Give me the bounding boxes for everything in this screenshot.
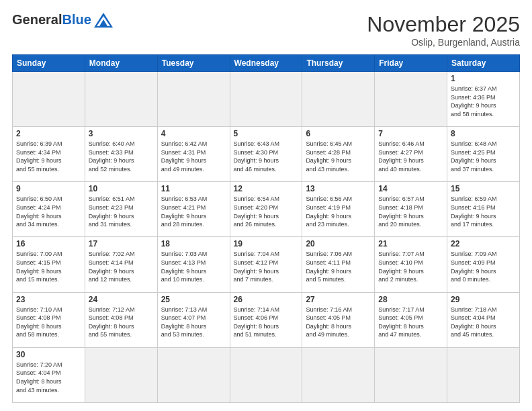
calendar-cell: [85, 72, 157, 127]
day-info: Sunrise: 7:06 AM Sunset: 4:11 PM Dayligh…: [306, 250, 371, 283]
day-number: 25: [161, 295, 226, 304]
calendar-table: SundayMondayTuesdayWednesdayThursdayFrid…: [12, 54, 520, 403]
day-info: Sunrise: 6:46 AM Sunset: 4:27 PM Dayligh…: [378, 140, 443, 173]
calendar-cell: 18Sunrise: 7:03 AM Sunset: 4:13 PM Dayli…: [157, 237, 230, 292]
calendar-cell: 3Sunrise: 6:40 AM Sunset: 4:33 PM Daylig…: [85, 127, 157, 182]
day-info: Sunrise: 7:09 AM Sunset: 4:09 PM Dayligh…: [451, 250, 516, 283]
day-info: Sunrise: 6:45 AM Sunset: 4:28 PM Dayligh…: [306, 140, 371, 173]
logo-general-text: General: [12, 12, 62, 28]
calendar-cell: 1Sunrise: 6:37 AM Sunset: 4:36 PM Daylig…: [447, 72, 520, 127]
calendar-cell: 26Sunrise: 7:14 AM Sunset: 4:06 PM Dayli…: [230, 292, 302, 347]
calendar-cell: [447, 347, 520, 402]
month-title: November 2025: [367, 12, 520, 37]
calendar-cell: 6Sunrise: 6:45 AM Sunset: 4:28 PM Daylig…: [302, 127, 375, 182]
day-number: 21: [378, 239, 443, 248]
calendar-header-tuesday: Tuesday: [157, 55, 230, 72]
day-info: Sunrise: 7:00 AM Sunset: 4:15 PM Dayligh…: [16, 250, 81, 283]
calendar-week-row: 1Sunrise: 6:37 AM Sunset: 4:36 PM Daylig…: [13, 72, 520, 127]
calendar-header-wednesday: Wednesday: [230, 55, 302, 72]
day-number: 22: [451, 239, 516, 248]
calendar-cell: 19Sunrise: 7:04 AM Sunset: 4:12 PM Dayli…: [230, 237, 302, 292]
calendar-cell: 8Sunrise: 6:48 AM Sunset: 4:25 PM Daylig…: [447, 127, 520, 182]
day-number: 2: [16, 129, 81, 138]
day-info: Sunrise: 7:10 AM Sunset: 4:08 PM Dayligh…: [16, 306, 81, 339]
day-info: Sunrise: 6:56 AM Sunset: 4:19 PM Dayligh…: [306, 195, 371, 228]
calendar-cell: 27Sunrise: 7:16 AM Sunset: 4:05 PM Dayli…: [302, 292, 375, 347]
calendar-cell: 9Sunrise: 6:50 AM Sunset: 4:24 PM Daylig…: [13, 182, 85, 237]
location: Oslip, Burgenland, Austria: [367, 37, 520, 48]
day-number: 9: [16, 184, 81, 193]
day-info: Sunrise: 6:59 AM Sunset: 4:16 PM Dayligh…: [451, 195, 516, 228]
calendar-header-row: SundayMondayTuesdayWednesdayThursdayFrid…: [13, 55, 520, 72]
calendar-week-row: 9Sunrise: 6:50 AM Sunset: 4:24 PM Daylig…: [13, 182, 520, 237]
day-number: 8: [451, 129, 516, 138]
calendar-cell: [302, 347, 375, 402]
title-block: November 2025 Oslip, Burgenland, Austria: [367, 12, 520, 48]
day-number: 12: [234, 184, 299, 193]
calendar-cell: 15Sunrise: 6:59 AM Sunset: 4:16 PM Dayli…: [447, 182, 520, 237]
day-number: 26: [234, 295, 299, 304]
day-info: Sunrise: 6:43 AM Sunset: 4:30 PM Dayligh…: [234, 140, 299, 173]
day-number: 27: [306, 295, 371, 304]
day-number: 7: [378, 129, 443, 138]
calendar-cell: 24Sunrise: 7:12 AM Sunset: 4:08 PM Dayli…: [85, 292, 157, 347]
calendar-cell: [157, 347, 230, 402]
calendar-cell: [302, 72, 375, 127]
day-info: Sunrise: 6:37 AM Sunset: 4:36 PM Dayligh…: [451, 85, 516, 118]
page: General Blue November 2025 Oslip, Burgen…: [0, 0, 532, 411]
calendar-cell: 22Sunrise: 7:09 AM Sunset: 4:09 PM Dayli…: [447, 237, 520, 292]
day-number: 18: [161, 239, 226, 248]
day-info: Sunrise: 7:14 AM Sunset: 4:06 PM Dayligh…: [234, 306, 299, 339]
calendar-cell: [157, 72, 230, 127]
calendar-cell: [13, 72, 85, 127]
calendar-cell: 28Sunrise: 7:17 AM Sunset: 4:05 PM Dayli…: [375, 292, 447, 347]
day-info: Sunrise: 6:51 AM Sunset: 4:23 PM Dayligh…: [89, 195, 154, 228]
day-info: Sunrise: 7:12 AM Sunset: 4:08 PM Dayligh…: [89, 306, 154, 339]
day-number: 6: [306, 129, 371, 138]
day-info: Sunrise: 7:02 AM Sunset: 4:14 PM Dayligh…: [89, 250, 154, 283]
day-number: 15: [451, 184, 516, 193]
calendar-cell: 5Sunrise: 6:43 AM Sunset: 4:30 PM Daylig…: [230, 127, 302, 182]
day-number: 16: [16, 239, 81, 248]
day-number: 19: [234, 239, 299, 248]
day-info: Sunrise: 6:39 AM Sunset: 4:34 PM Dayligh…: [16, 140, 81, 173]
calendar-week-row: 2Sunrise: 6:39 AM Sunset: 4:34 PM Daylig…: [13, 127, 520, 182]
day-number: 20: [306, 239, 371, 248]
day-info: Sunrise: 7:07 AM Sunset: 4:10 PM Dayligh…: [378, 250, 443, 283]
day-info: Sunrise: 6:53 AM Sunset: 4:21 PM Dayligh…: [161, 195, 226, 228]
day-info: Sunrise: 7:17 AM Sunset: 4:05 PM Dayligh…: [378, 306, 443, 339]
day-number: 28: [378, 295, 443, 304]
day-number: 30: [16, 350, 81, 359]
calendar-week-row: 23Sunrise: 7:10 AM Sunset: 4:08 PM Dayli…: [13, 292, 520, 347]
day-info: Sunrise: 6:54 AM Sunset: 4:20 PM Dayligh…: [234, 195, 299, 228]
calendar-cell: 29Sunrise: 7:18 AM Sunset: 4:04 PM Dayli…: [447, 292, 520, 347]
calendar-cell: 14Sunrise: 6:57 AM Sunset: 4:18 PM Dayli…: [375, 182, 447, 237]
day-info: Sunrise: 6:50 AM Sunset: 4:24 PM Dayligh…: [16, 195, 81, 228]
day-info: Sunrise: 6:57 AM Sunset: 4:18 PM Dayligh…: [378, 195, 443, 228]
calendar-cell: 7Sunrise: 6:46 AM Sunset: 4:27 PM Daylig…: [375, 127, 447, 182]
calendar-cell: [375, 347, 447, 402]
day-number: 10: [89, 184, 154, 193]
day-number: 14: [378, 184, 443, 193]
calendar-cell: 20Sunrise: 7:06 AM Sunset: 4:11 PM Dayli…: [302, 237, 375, 292]
calendar-cell: 11Sunrise: 6:53 AM Sunset: 4:21 PM Dayli…: [157, 182, 230, 237]
day-info: Sunrise: 7:13 AM Sunset: 4:07 PM Dayligh…: [161, 306, 226, 339]
calendar-cell: 4Sunrise: 6:42 AM Sunset: 4:31 PM Daylig…: [157, 127, 230, 182]
calendar-cell: [375, 72, 447, 127]
day-info: Sunrise: 6:40 AM Sunset: 4:33 PM Dayligh…: [89, 140, 154, 173]
day-info: Sunrise: 7:18 AM Sunset: 4:04 PM Dayligh…: [451, 306, 516, 339]
calendar-week-row: 30Sunrise: 7:20 AM Sunset: 4:04 PM Dayli…: [13, 347, 520, 402]
calendar-header-sunday: Sunday: [13, 55, 85, 72]
calendar-cell: 17Sunrise: 7:02 AM Sunset: 4:14 PM Dayli…: [85, 237, 157, 292]
logo-icon: [94, 13, 113, 28]
day-info: Sunrise: 6:42 AM Sunset: 4:31 PM Dayligh…: [161, 140, 226, 173]
header: General Blue November 2025 Oslip, Burgen…: [12, 12, 520, 48]
calendar-cell: 23Sunrise: 7:10 AM Sunset: 4:08 PM Dayli…: [13, 292, 85, 347]
day-number: 17: [89, 239, 154, 248]
logo: General Blue: [12, 12, 113, 28]
calendar-cell: 21Sunrise: 7:07 AM Sunset: 4:10 PM Dayli…: [375, 237, 447, 292]
day-info: Sunrise: 6:48 AM Sunset: 4:25 PM Dayligh…: [451, 140, 516, 173]
day-number: 23: [16, 295, 81, 304]
day-number: 13: [306, 184, 371, 193]
day-number: 11: [161, 184, 226, 193]
